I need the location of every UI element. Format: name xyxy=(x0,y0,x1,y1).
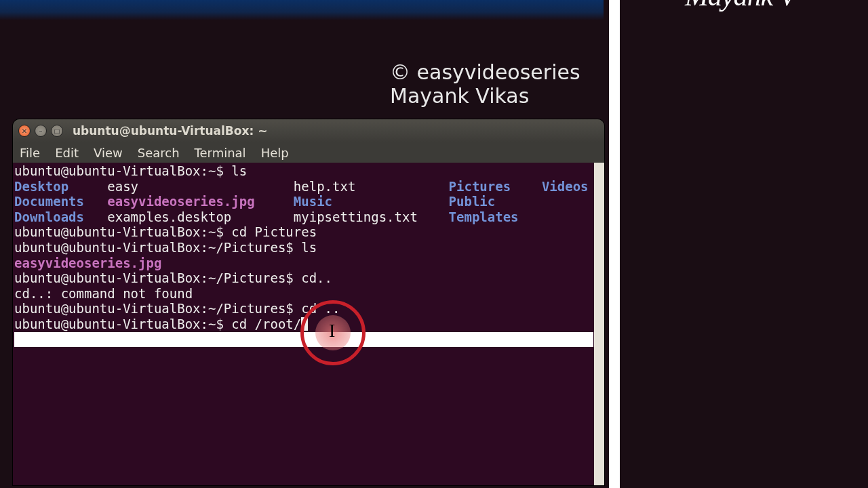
menubar: File Edit View Search Terminal Help xyxy=(13,142,604,163)
menu-search[interactable]: Search xyxy=(138,146,180,160)
menu-view[interactable]: View xyxy=(94,146,123,160)
window-titlebar[interactable]: ✕ – ▢ ubuntu@ubuntu-VirtualBox: ~ xyxy=(13,119,604,142)
credit-block: © easyvideoseries Mayank Vikas xyxy=(390,61,580,108)
terminal-output[interactable]: ubuntu@ubuntu-VirtualBox:~$ ls Desktop e… xyxy=(13,163,604,347)
credit-line-1: © easyvideoseries xyxy=(390,61,580,85)
terminal-window: ✕ – ▢ ubuntu@ubuntu-VirtualBox: ~ File E… xyxy=(13,119,604,485)
scrollbar[interactable] xyxy=(594,163,604,485)
menu-help[interactable]: Help xyxy=(261,146,289,160)
menu-terminal[interactable]: Terminal xyxy=(195,146,246,160)
top-gradient-band xyxy=(0,0,604,20)
maximize-icon[interactable]: ▢ xyxy=(51,125,63,137)
menu-edit[interactable]: Edit xyxy=(55,146,79,160)
window-title: ubuntu@ubuntu-VirtualBox: ~ xyxy=(73,124,267,138)
terminal-empty-area[interactable] xyxy=(13,347,604,485)
menu-file[interactable]: File xyxy=(20,146,40,160)
close-icon[interactable]: ✕ xyxy=(18,125,31,137)
divider-panel xyxy=(609,0,620,488)
minimize-icon[interactable]: – xyxy=(35,125,47,137)
partial-name-text: Mayank V xyxy=(685,0,795,12)
terminal-body-wrap: ubuntu@ubuntu-VirtualBox:~$ ls Desktop e… xyxy=(13,163,604,485)
credit-line-2: Mayank Vikas xyxy=(390,85,580,108)
